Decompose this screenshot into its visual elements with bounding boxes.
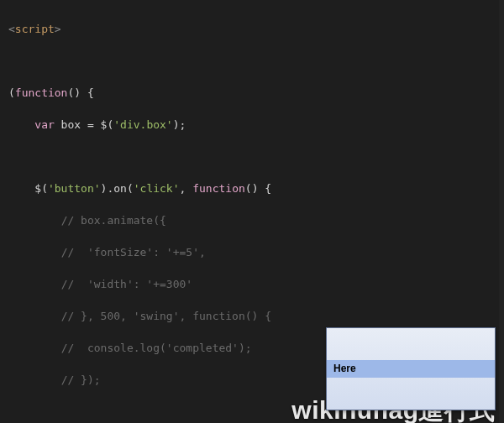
- comment: // box.animate({: [61, 214, 166, 227]
- keyword-var: var: [34, 118, 54, 131]
- autocomplete-popup[interactable]: Here: [326, 327, 496, 410]
- selector-string: 'div.box': [113, 118, 172, 131]
- code-editor[interactable]: <<script>script> (function() { var box =…: [0, 0, 504, 423]
- tag-open-bracket: <: [8, 23, 15, 35]
- scrollbar-vertical[interactable]: [499, 0, 504, 423]
- autocomplete-item[interactable]: Here: [327, 360, 495, 378]
- keyword-function: function: [15, 86, 68, 99]
